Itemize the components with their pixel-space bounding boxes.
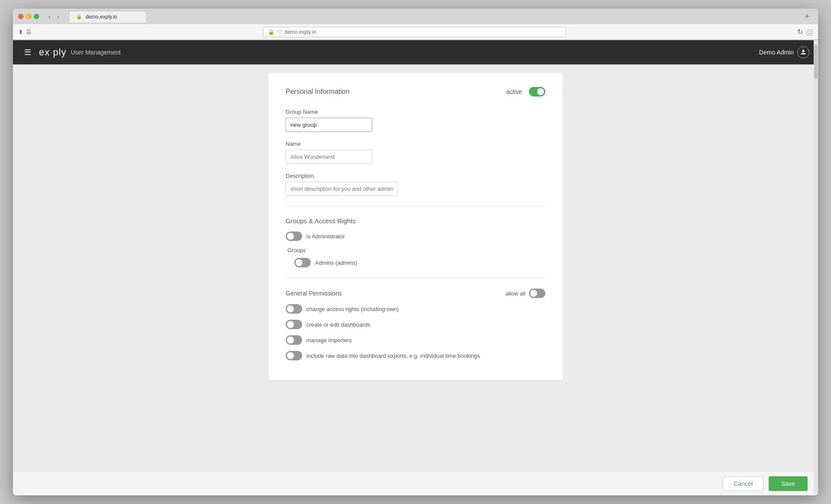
permission-label-3: include raw data into dashboard exports,… [306,353,480,359]
app-header: ☰ ex·ply User Management Demo Admin [13,40,818,64]
personal-info-header: Personal Information active [286,87,545,96]
browser-traffic-lights [18,14,39,19]
description-input[interactable] [286,182,398,196]
back-button[interactable]: ‹ [46,12,53,22]
admins-toggle[interactable] [294,258,311,267]
permission-row-2: manage importers [286,335,545,345]
maximize-dot[interactable] [34,14,39,19]
tab-title: demo.exply.io [86,14,117,20]
permission-row-1: create or edit dashboards [286,320,545,329]
divider-1 [286,206,545,207]
permission-slider-0 [286,304,302,314]
scrollbar-thumb[interactable] [814,45,818,79]
minimize-dot[interactable] [26,14,31,19]
general-perms-title: General Permissions [286,290,342,297]
group-name-group: Group Name [286,109,545,132]
form-card: Personal Information active Group Name [268,73,563,380]
cancel-button[interactable]: Cancel [723,476,763,491]
group-name-label: Group Name [286,109,545,115]
access-section-title: Groups & Access Rights [286,217,545,225]
user-menu[interactable]: Demo Admin [759,46,809,58]
name-label: Name [286,141,545,147]
divider-2 [286,278,545,278]
section-title: Personal Information [286,88,350,96]
admins-label: Admins (admins) [315,260,358,266]
access-rights-section: Groups & Access Rights is Administrator … [286,217,545,360]
active-label: active [506,88,522,95]
active-toggle[interactable] [529,87,545,96]
admins-group-row: Admins (admins) [294,258,545,267]
permission-slider-2 [286,335,302,345]
user-name: Demo Admin [759,49,794,56]
user-avatar-icon [797,46,809,58]
logo: ex·ply [39,47,67,58]
description-group: Description [286,173,545,196]
tab-lock-icon: 🔒 [76,14,82,19]
close-dot[interactable] [18,14,23,19]
permission-toggle-0[interactable] [286,304,302,314]
is-admin-toggle[interactable] [286,231,302,241]
permission-row-0: change access rights (including own) [286,304,545,314]
groups-label: Groups [287,247,545,254]
permission-toggle-3[interactable] [286,351,302,360]
description-label: Description [286,173,545,179]
logo-dot: · [50,47,53,58]
name-input[interactable] [286,150,372,164]
bookmark-button[interactable]: ☰ [26,29,32,35]
content-area: Personal Information active Group Name [13,64,818,471]
is-admin-slider [286,231,302,241]
group-name-input[interactable] [286,118,372,132]
save-button[interactable]: Save [769,476,808,491]
general-perms-header: General Permissions allow all [286,289,545,298]
allow-all-slider [529,289,545,298]
address-bar[interactable]: 🔒 🛡 demo.exply.io [263,27,566,37]
browser-tab[interactable]: 🔒 demo.exply.io [69,11,147,22]
admins-slider [294,258,311,267]
permission-row-3: include raw data into dashboard exports,… [286,351,545,360]
active-toggle-wrap: active [506,87,545,96]
groups-subsection: Groups Admins (admins) [287,247,545,267]
allow-all-toggle[interactable] [529,289,545,298]
forward-button[interactable]: › [55,12,61,22]
permissions-list: change access rights (including own) cre… [286,304,545,360]
is-admin-row: is Administrator [286,231,545,241]
scrollbar-track[interactable] [814,40,818,495]
is-admin-label: is Administrator [306,233,345,240]
shield-icon: 🛡 [277,29,282,35]
permission-slider-3 [286,351,302,360]
url-text: demo.exply.io [285,29,316,35]
reload-button[interactable]: ↻ [797,28,803,36]
extensions-button[interactable]: ⬜ [805,28,813,36]
name-group: Name [286,141,545,164]
lock-icon: 🔒 [268,29,274,35]
permission-slider-1 [286,320,302,329]
page-title: User Management [71,49,121,56]
allow-all-wrap: allow all [506,289,545,298]
permission-toggle-1[interactable] [286,320,302,329]
permission-label-1: create or edit dashboards [306,321,370,328]
permission-toggle-2[interactable] [286,335,302,345]
footer-bar: Cancel Save [13,471,818,495]
share-button[interactable]: ⬆ [18,29,23,35]
hamburger-menu-button[interactable]: ☰ [22,45,34,60]
allow-all-label: allow all [506,290,525,297]
permission-label-2: manage importers [306,337,352,343]
logo-text: ex·ply [39,47,67,58]
new-tab-button[interactable]: + [805,12,809,21]
browser-nav: ‹ › [46,12,62,22]
active-toggle-slider [529,87,545,96]
permission-label-0: change access rights (including own) [306,306,399,312]
